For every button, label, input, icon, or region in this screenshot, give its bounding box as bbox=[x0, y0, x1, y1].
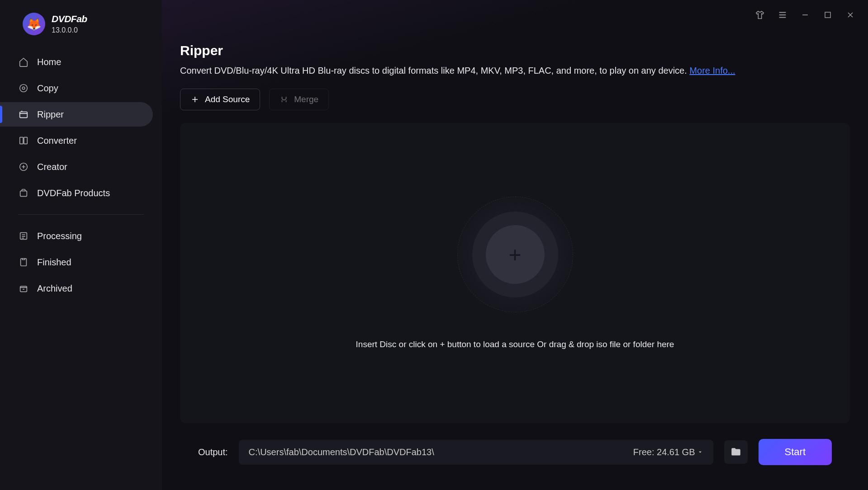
merge-label: Merge bbox=[294, 94, 318, 104]
drop-circle: + bbox=[457, 197, 573, 312]
more-info-link[interactable]: More Info... bbox=[689, 66, 735, 75]
browse-folder-button[interactable] bbox=[724, 440, 748, 464]
menu-icon[interactable] bbox=[778, 10, 787, 20]
free-space: Free: 24.61 GB bbox=[633, 447, 703, 457]
sidebar-item-processing[interactable]: Processing bbox=[0, 224, 153, 248]
logo-area: 🦊 DVDFab 13.0.0.0 bbox=[0, 13, 162, 49]
home-icon bbox=[18, 57, 29, 67]
shirt-icon[interactable] bbox=[755, 10, 765, 20]
close-icon[interactable] bbox=[845, 10, 855, 20]
content-area: Ripper Convert DVD/Blu-ray/4K Ultra HD B… bbox=[162, 29, 868, 490]
app-logo-icon: 🦊 bbox=[23, 13, 45, 35]
page-title: Ripper bbox=[180, 43, 850, 58]
titlebar bbox=[162, 0, 868, 29]
sidebar-item-label: Copy bbox=[37, 83, 58, 94]
svg-rect-3 bbox=[20, 137, 23, 144]
sidebar-item-home[interactable]: Home bbox=[0, 50, 153, 74]
sidebar-item-label: Processing bbox=[37, 231, 82, 241]
sidebar-item-converter[interactable]: Converter bbox=[0, 128, 153, 153]
bottom-bar: Output: C:\Users\fab\Documents\DVDFab\DV… bbox=[180, 423, 850, 481]
svg-rect-10 bbox=[825, 12, 830, 18]
svg-point-1 bbox=[22, 87, 25, 90]
sidebar-item-ripper[interactable]: Ripper bbox=[0, 102, 153, 127]
archived-icon bbox=[18, 283, 29, 294]
finished-icon bbox=[18, 257, 29, 268]
sidebar-item-label: Finished bbox=[37, 257, 71, 268]
minimize-icon[interactable] bbox=[800, 10, 810, 20]
app-version: 13.0.0.0 bbox=[52, 26, 87, 34]
output-path: C:\Users\fab\Documents\DVDFab\DVDFab13\ bbox=[249, 447, 434, 457]
converter-icon bbox=[18, 135, 29, 146]
sidebar-item-label: Creator bbox=[37, 162, 67, 172]
svg-point-0 bbox=[20, 85, 28, 92]
sidebar-item-label: DVDFab Products bbox=[37, 188, 110, 198]
folder-icon bbox=[730, 446, 742, 458]
page-description: Convert DVD/Blu-ray/4K Ultra HD Blu-ray … bbox=[180, 66, 850, 76]
svg-rect-4 bbox=[24, 137, 27, 144]
app-window: 🦊 DVDFab 13.0.0.0 Home Copy Ripper bbox=[0, 0, 868, 490]
sidebar-item-archived[interactable]: Archived bbox=[0, 276, 153, 301]
sidebar-item-products[interactable]: DVDFab Products bbox=[0, 181, 153, 205]
add-source-label: Add Source bbox=[205, 94, 250, 104]
dropzone-text: Insert Disc or click on + button to load… bbox=[356, 339, 674, 349]
main-panel: Ripper Convert DVD/Blu-ray/4K Ultra HD B… bbox=[162, 0, 868, 490]
sidebar-item-creator[interactable]: Creator bbox=[0, 155, 153, 179]
sidebar-item-copy[interactable]: Copy bbox=[0, 76, 153, 100]
sidebar-item-label: Converter bbox=[37, 136, 77, 146]
products-icon bbox=[18, 188, 29, 198]
copy-icon bbox=[18, 83, 29, 94]
sidebar-item-finished[interactable]: Finished bbox=[0, 250, 153, 274]
ripper-icon bbox=[18, 109, 29, 120]
merge-icon bbox=[280, 95, 289, 104]
app-name: DVDFab bbox=[52, 14, 87, 24]
drop-plus-icon[interactable]: + bbox=[486, 225, 545, 284]
sidebar-item-label: Ripper bbox=[37, 109, 64, 120]
processing-icon bbox=[18, 231, 29, 241]
merge-button: Merge bbox=[269, 89, 329, 110]
plus-icon bbox=[190, 95, 199, 104]
sidebar-item-label: Archived bbox=[37, 283, 72, 294]
output-path-box[interactable]: C:\Users\fab\Documents\DVDFab\DVDFab13\ … bbox=[239, 440, 713, 465]
creator-icon bbox=[18, 161, 29, 172]
sidebar-item-label: Home bbox=[37, 57, 61, 67]
start-button[interactable]: Start bbox=[759, 439, 832, 465]
dropzone[interactable]: + Insert Disc or click on + button to lo… bbox=[180, 123, 850, 423]
chevron-down-icon bbox=[697, 449, 703, 455]
output-label: Output: bbox=[198, 447, 228, 457]
svg-rect-6 bbox=[20, 191, 27, 196]
sidebar: 🦊 DVDFab 13.0.0.0 Home Copy Ripper bbox=[0, 0, 162, 490]
sidebar-divider bbox=[18, 214, 144, 215]
maximize-icon[interactable] bbox=[823, 10, 833, 20]
add-source-button[interactable]: Add Source bbox=[180, 89, 260, 110]
toolbar: Add Source Merge bbox=[180, 89, 850, 110]
svg-rect-2 bbox=[20, 112, 28, 118]
